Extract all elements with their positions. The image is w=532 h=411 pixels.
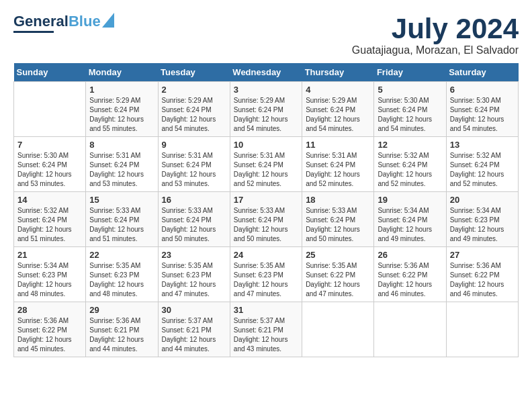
day-info: Sunrise: 5:35 AM Sunset: 6:23 PM Dayligh… (162, 261, 226, 299)
day-number: 5 (378, 85, 442, 95)
calendar-cell: 1Sunrise: 5:29 AM Sunset: 6:24 PM Daylig… (86, 82, 158, 137)
calendar-cell: 23Sunrise: 5:35 AM Sunset: 6:23 PM Dayli… (158, 247, 230, 302)
calendar-cell: 26Sunrise: 5:36 AM Sunset: 6:22 PM Dayli… (374, 247, 446, 302)
calendar-cell: 16Sunrise: 5:33 AM Sunset: 6:24 PM Dayli… (158, 192, 230, 247)
page-header: GeneralBlue July 2024 Guatajiagua, Moraz… (13, 13, 519, 56)
day-info: Sunrise: 5:34 AM Sunset: 6:24 PM Dayligh… (378, 206, 442, 244)
day-number: 1 (89, 85, 154, 95)
calendar-cell (14, 82, 86, 137)
week-row-4: 21Sunrise: 5:34 AM Sunset: 6:23 PM Dayli… (14, 247, 519, 302)
day-info: Sunrise: 5:37 AM Sunset: 6:21 PM Dayligh… (234, 316, 298, 354)
day-number: 6 (450, 85, 515, 95)
day-info: Sunrise: 5:34 AM Sunset: 6:23 PM Dayligh… (17, 261, 82, 299)
logo-icon (102, 13, 114, 28)
calendar-table: SundayMondayTuesdayWednesdayThursdayFrid… (13, 63, 519, 357)
column-header-wednesday: Wednesday (230, 63, 302, 82)
day-number: 20 (450, 195, 515, 205)
day-number: 9 (162, 140, 226, 150)
day-number: 14 (17, 195, 82, 205)
calendar-cell: 8Sunrise: 5:31 AM Sunset: 6:24 PM Daylig… (86, 137, 158, 192)
day-number: 31 (234, 305, 298, 315)
calendar-cell: 22Sunrise: 5:35 AM Sunset: 6:23 PM Dayli… (86, 247, 158, 302)
calendar-cell: 21Sunrise: 5:34 AM Sunset: 6:23 PM Dayli… (14, 247, 86, 302)
calendar-cell: 29Sunrise: 5:36 AM Sunset: 6:21 PM Dayli… (86, 302, 158, 357)
calendar-cell: 30Sunrise: 5:37 AM Sunset: 6:21 PM Dayli… (158, 302, 230, 357)
day-number: 29 (89, 305, 154, 315)
calendar-cell: 3Sunrise: 5:29 AM Sunset: 6:24 PM Daylig… (230, 82, 302, 137)
day-info: Sunrise: 5:31 AM Sunset: 6:24 PM Dayligh… (234, 151, 298, 189)
day-info: Sunrise: 5:36 AM Sunset: 6:22 PM Dayligh… (378, 261, 442, 299)
calendar-cell: 24Sunrise: 5:35 AM Sunset: 6:23 PM Dayli… (230, 247, 302, 302)
day-number: 7 (17, 140, 82, 150)
column-header-monday: Monday (86, 63, 158, 82)
calendar-cell: 7Sunrise: 5:30 AM Sunset: 6:24 PM Daylig… (14, 137, 86, 192)
calendar-cell: 17Sunrise: 5:33 AM Sunset: 6:24 PM Dayli… (230, 192, 302, 247)
column-header-saturday: Saturday (446, 63, 518, 82)
week-row-2: 7Sunrise: 5:30 AM Sunset: 6:24 PM Daylig… (14, 137, 519, 192)
day-info: Sunrise: 5:36 AM Sunset: 6:21 PM Dayligh… (89, 316, 154, 354)
day-info: Sunrise: 5:33 AM Sunset: 6:24 PM Dayligh… (306, 206, 370, 244)
logo-text: GeneralBlue (13, 13, 101, 30)
day-number: 8 (89, 140, 154, 150)
calendar-cell: 2Sunrise: 5:29 AM Sunset: 6:24 PM Daylig… (158, 82, 230, 137)
day-info: Sunrise: 5:31 AM Sunset: 6:24 PM Dayligh… (89, 151, 154, 189)
calendar-cell: 15Sunrise: 5:33 AM Sunset: 6:24 PM Dayli… (86, 192, 158, 247)
calendar-cell: 14Sunrise: 5:32 AM Sunset: 6:24 PM Dayli… (14, 192, 86, 247)
logo-line (13, 31, 54, 33)
calendar-cell: 6Sunrise: 5:30 AM Sunset: 6:24 PM Daylig… (446, 82, 518, 137)
day-info: Sunrise: 5:29 AM Sunset: 6:24 PM Dayligh… (89, 96, 154, 134)
day-number: 23 (162, 250, 226, 260)
day-number: 16 (162, 195, 226, 205)
calendar-cell: 11Sunrise: 5:31 AM Sunset: 6:24 PM Dayli… (302, 137, 374, 192)
day-number: 28 (17, 305, 82, 315)
day-info: Sunrise: 5:36 AM Sunset: 6:22 PM Dayligh… (17, 316, 82, 354)
calendar-cell (302, 302, 374, 357)
calendar-cell: 4Sunrise: 5:29 AM Sunset: 6:24 PM Daylig… (302, 82, 374, 137)
day-number: 3 (234, 85, 298, 95)
day-info: Sunrise: 5:34 AM Sunset: 6:23 PM Dayligh… (450, 206, 515, 244)
calendar-cell: 28Sunrise: 5:36 AM Sunset: 6:22 PM Dayli… (14, 302, 86, 357)
title-block: July 2024 Guatajiagua, Morazan, El Salva… (352, 13, 519, 56)
day-number: 13 (450, 140, 515, 150)
calendar-cell: 5Sunrise: 5:30 AM Sunset: 6:24 PM Daylig… (374, 82, 446, 137)
column-header-thursday: Thursday (302, 63, 374, 82)
calendar-cell: 13Sunrise: 5:32 AM Sunset: 6:24 PM Dayli… (446, 137, 518, 192)
day-info: Sunrise: 5:31 AM Sunset: 6:24 PM Dayligh… (306, 151, 370, 189)
day-number: 18 (306, 195, 370, 205)
day-info: Sunrise: 5:36 AM Sunset: 6:22 PM Dayligh… (450, 261, 515, 299)
calendar-cell: 9Sunrise: 5:31 AM Sunset: 6:24 PM Daylig… (158, 137, 230, 192)
location: Guatajiagua, Morazan, El Salvador (352, 44, 519, 56)
day-number: 10 (234, 140, 298, 150)
column-header-sunday: Sunday (14, 63, 86, 82)
calendar-cell (446, 302, 518, 357)
calendar-cell: 18Sunrise: 5:33 AM Sunset: 6:24 PM Dayli… (302, 192, 374, 247)
calendar-cell: 12Sunrise: 5:32 AM Sunset: 6:24 PM Dayli… (374, 137, 446, 192)
day-number: 4 (306, 85, 370, 95)
day-number: 21 (17, 250, 82, 260)
day-info: Sunrise: 5:29 AM Sunset: 6:24 PM Dayligh… (234, 96, 298, 134)
day-number: 24 (234, 250, 298, 260)
day-info: Sunrise: 5:30 AM Sunset: 6:24 PM Dayligh… (17, 151, 82, 189)
day-number: 30 (162, 305, 226, 315)
day-number: 25 (306, 250, 370, 260)
day-info: Sunrise: 5:32 AM Sunset: 6:24 PM Dayligh… (378, 151, 442, 189)
column-header-tuesday: Tuesday (158, 63, 230, 82)
calendar-cell: 19Sunrise: 5:34 AM Sunset: 6:24 PM Dayli… (374, 192, 446, 247)
calendar-cell: 25Sunrise: 5:35 AM Sunset: 6:22 PM Dayli… (302, 247, 374, 302)
day-info: Sunrise: 5:33 AM Sunset: 6:24 PM Dayligh… (234, 206, 298, 244)
day-number: 19 (378, 195, 442, 205)
day-info: Sunrise: 5:35 AM Sunset: 6:23 PM Dayligh… (89, 261, 154, 299)
day-number: 12 (378, 140, 442, 150)
day-info: Sunrise: 5:30 AM Sunset: 6:24 PM Dayligh… (450, 96, 515, 134)
week-row-3: 14Sunrise: 5:32 AM Sunset: 6:24 PM Dayli… (14, 192, 519, 247)
day-info: Sunrise: 5:32 AM Sunset: 6:24 PM Dayligh… (450, 151, 515, 189)
month-title: July 2024 (352, 13, 519, 44)
calendar-cell: 10Sunrise: 5:31 AM Sunset: 6:24 PM Dayli… (230, 137, 302, 192)
day-info: Sunrise: 5:29 AM Sunset: 6:24 PM Dayligh… (306, 96, 370, 134)
calendar-cell (374, 302, 446, 357)
logo: GeneralBlue (13, 13, 114, 33)
calendar-cell: 20Sunrise: 5:34 AM Sunset: 6:23 PM Dayli… (446, 192, 518, 247)
day-number: 22 (89, 250, 154, 260)
calendar-cell: 31Sunrise: 5:37 AM Sunset: 6:21 PM Dayli… (230, 302, 302, 357)
day-number: 17 (234, 195, 298, 205)
